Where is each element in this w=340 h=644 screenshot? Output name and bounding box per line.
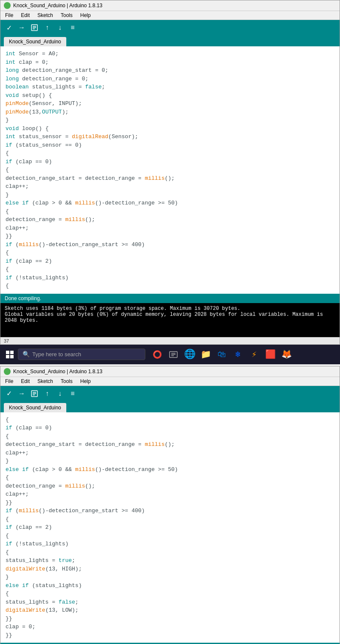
- menu-sketch-1[interactable]: Sketch: [36, 12, 54, 19]
- code-line: }: [6, 573, 334, 582]
- save-button-2[interactable]: ↓: [54, 388, 66, 400]
- serial-monitor-button-2[interactable]: ≡: [67, 388, 79, 400]
- menu-file-1[interactable]: File: [4, 12, 14, 19]
- code-line: {: [6, 265, 334, 274]
- new-button-1[interactable]: [28, 22, 40, 34]
- svg-rect-6: [6, 355, 9, 358]
- taskbar-icon-circle-1[interactable]: ⭕: [150, 348, 164, 361]
- code-line: }: [6, 116, 334, 125]
- code-line: {: [6, 432, 334, 441]
- taskbar-icon-lightning-1[interactable]: ⚡: [247, 348, 261, 361]
- menu-bar-2: File Edit Sketch Tools Help: [0, 377, 340, 386]
- code-line: {: [6, 416, 334, 424]
- code-line: detection_range = millis();: [6, 482, 334, 491]
- toolbar-2: ✓ → ↑ ↓ ≡: [0, 386, 340, 401]
- upload-button-1[interactable]: →: [16, 22, 28, 34]
- code-line: else if (clap > 0 && millis()-detection_…: [6, 465, 334, 474]
- taskbar-icon-folder-1[interactable]: 📁: [199, 348, 212, 361]
- code-line: }}: [6, 615, 334, 623]
- verify-button-1[interactable]: ✓: [3, 22, 15, 34]
- console-header-1: Done compiling.: [0, 294, 340, 303]
- code-line: pinMode(13,OUTPUT);: [6, 108, 334, 116]
- code-line: long detection_range = 0;: [6, 75, 334, 83]
- taskbar-icon-task-1[interactable]: [167, 348, 180, 361]
- app-logo-1: [4, 2, 11, 9]
- code-line: detection_range_start = detection_range …: [6, 174, 334, 183]
- save-button-1[interactable]: ↓: [54, 22, 66, 34]
- code-line: status_lights = false;: [6, 598, 334, 607]
- menu-edit-2[interactable]: Edit: [20, 378, 31, 385]
- code-line: {: [6, 207, 334, 216]
- code-line: else if (status_lights): [6, 582, 334, 590]
- search-icon-1: 🔍: [23, 351, 30, 358]
- code-line: clap++;: [6, 224, 334, 233]
- code-line: void setup() {: [6, 91, 334, 100]
- title-bar-2: Knock_Sound_Arduino | Arduino 1.8.13: [0, 366, 340, 377]
- code-line: {: [6, 515, 334, 524]
- code-line: }: [6, 191, 334, 199]
- taskbar-icon-edge-1[interactable]: 🌐: [183, 348, 196, 361]
- code-line: int Sensor = A0;: [6, 50, 334, 58]
- menu-tools-2[interactable]: Tools: [60, 378, 74, 385]
- taskbar-icons-1: ⭕ 🌐 📁 🛍 ❄ ⚡ 🟥 🦊: [150, 348, 293, 361]
- code-line: if (!status_lights): [6, 540, 334, 548]
- code-line: }}: [6, 232, 334, 241]
- code-line: if (!status_lights): [6, 274, 334, 282]
- line-count-1: 37: [0, 337, 340, 344]
- tab-2[interactable]: Knock_Sound_Arduino: [4, 403, 66, 412]
- code-line: }: [6, 457, 334, 465]
- code-line: clap++;: [6, 490, 334, 499]
- start-button-1[interactable]: [3, 348, 16, 361]
- code-line: else if (clap > 0 && millis()-detection_…: [6, 199, 334, 207]
- code-editor-2[interactable]: {if (clap == 0){detection_range_start = …: [0, 412, 340, 643]
- upload-button-2[interactable]: →: [16, 388, 28, 400]
- menu-help-2[interactable]: Help: [79, 378, 92, 385]
- menu-sketch-2[interactable]: Sketch: [36, 378, 54, 385]
- code-line: if (millis()-detection_range_start >= 40…: [6, 241, 334, 249]
- code-line: digitalWrite(13, LOW);: [6, 606, 334, 615]
- taskbar-icon-office-1[interactable]: 🟥: [264, 348, 277, 361]
- console-line: Sketch uses 1184 bytes (3%) of program s…: [5, 306, 335, 312]
- tab-bar-2: Knock_Sound_Arduino: [0, 401, 340, 412]
- window-2: Knock_Sound_Arduino | Arduino 1.8.13 Fil…: [0, 366, 340, 644]
- code-line: if (clap == 2): [6, 523, 334, 532]
- tab-1[interactable]: Knock_Sound_Arduino: [4, 37, 66, 46]
- console-line: Global variables use 20 bytes (0%) of dy…: [5, 312, 335, 323]
- new-button-2[interactable]: [28, 388, 40, 400]
- code-line: {: [6, 532, 334, 540]
- code-line: clap = 0;: [6, 623, 334, 631]
- menu-edit-1[interactable]: Edit: [20, 12, 31, 19]
- menu-tools-1[interactable]: Tools: [60, 12, 74, 19]
- code-line: {: [6, 548, 334, 557]
- code-editor-1[interactable]: int Sensor = A0;int clap = 0;long detect…: [0, 46, 340, 294]
- window-1: Knock_Sound_Arduino | Arduino 1.8.13 Fil…: [0, 0, 340, 345]
- code-line: if (clap == 0): [6, 158, 334, 166]
- taskbar-icon-firefox-1[interactable]: 🦊: [280, 348, 293, 361]
- taskbar-search-1[interactable]: 🔍 Type here to search: [18, 349, 145, 360]
- taskbar-icon-dropbox-1[interactable]: ❄: [231, 348, 245, 361]
- serial-monitor-button-1[interactable]: ≡: [67, 22, 79, 34]
- taskbar-1: 🔍 Type here to search ⭕ 🌐 📁 🛍 ❄ ⚡ 🟥 🦊: [0, 345, 340, 364]
- taskbar-icon-store-1[interactable]: 🛍: [215, 348, 229, 361]
- menu-help-1[interactable]: Help: [79, 12, 92, 19]
- menu-file-2[interactable]: File: [4, 378, 14, 385]
- code-line: if (clap == 2): [6, 257, 334, 266]
- code-line: if (clap == 0): [6, 424, 334, 432]
- tab-bar-1: Knock_Sound_Arduino: [0, 35, 340, 46]
- code-line: status_lights = true;: [6, 556, 334, 565]
- code-line: {: [6, 282, 334, 290]
- code-line: int clap = 0;: [6, 58, 334, 67]
- open-button-1[interactable]: ↑: [41, 22, 53, 34]
- verify-button-2[interactable]: ✓: [3, 388, 15, 400]
- open-button-2[interactable]: ↑: [41, 388, 53, 400]
- search-text-1: Type here to search: [32, 351, 81, 357]
- menu-bar-1: File Edit Sketch Tools Help: [0, 11, 340, 20]
- code-line: detection_range = millis();: [6, 216, 334, 224]
- code-line: digitalWrite(13, HIGH);: [6, 565, 334, 573]
- title-bar-1: Knock_Sound_Arduino | Arduino 1.8.13: [0, 0, 340, 11]
- window-title-1: Knock_Sound_Arduino | Arduino 1.8.13: [13, 3, 102, 9]
- code-line: boolean status_lights = false;: [6, 83, 334, 91]
- code-line: {: [6, 249, 334, 257]
- code-line: long detection_range_start = 0;: [6, 66, 334, 75]
- svg-rect-5: [10, 351, 14, 354]
